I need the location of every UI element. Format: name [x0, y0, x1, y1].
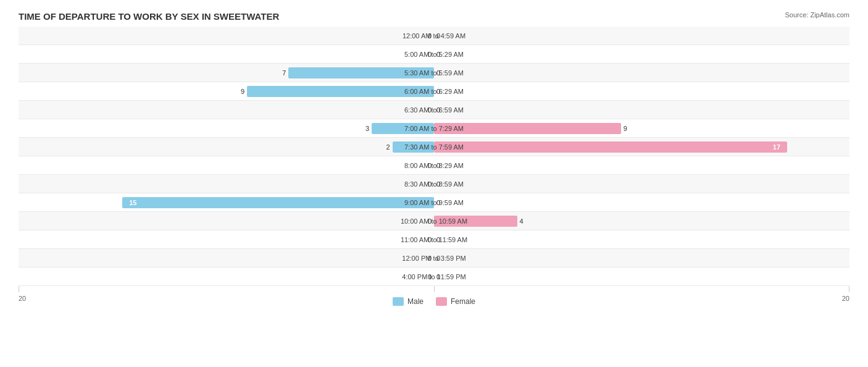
left-section: 3: [19, 119, 434, 137]
left-section: 7: [19, 64, 434, 82]
female-swatch: [436, 297, 447, 306]
table-row: 05:00 AM to 5:29 AM0: [19, 45, 849, 64]
table-row: 012:00 PM to 3:59 PM0: [19, 249, 849, 268]
left-section: 15: [19, 193, 434, 211]
right-section: 17: [434, 138, 849, 156]
table-row: 159:00 AM to 9:59 AM0: [19, 193, 849, 212]
right-section: 0: [434, 101, 849, 119]
axis-left-label: 20: [19, 295, 26, 306]
table-row: 012:00 AM to 4:59 AM0: [19, 27, 849, 45]
table-row: 06:30 AM to 6:59 AM0: [19, 101, 849, 119]
time-label: 6:00 AM to 6:29 AM: [375, 86, 493, 96]
table-row: 08:00 AM to 8:29 AM0: [19, 156, 849, 175]
male-value: 15: [126, 199, 140, 206]
time-label: 8:30 AM to 8:59 AM: [375, 179, 493, 189]
right-section: 0: [434, 230, 849, 248]
time-label: 5:30 AM to 5:59 AM: [375, 68, 493, 78]
male-swatch: [393, 297, 404, 306]
left-section: 0: [19, 249, 434, 267]
table-row: 08:30 AM to 8:59 AM0: [19, 175, 849, 193]
table-row: 37:00 AM to 7:29 AM9: [19, 119, 849, 138]
female-value: 9: [624, 125, 627, 132]
table-row: 27:30 AM to 7:59 AM17: [19, 138, 849, 156]
table-row: 75:30 AM to 5:59 AM0: [19, 64, 849, 82]
table-row: 04:00 PM to 11:59 PM0: [19, 268, 849, 286]
rows-wrapper: 012:00 AM to 4:59 AM005:00 AM to 5:29 AM…: [19, 27, 849, 292]
female-value: 17: [770, 143, 783, 151]
female-label: Female: [451, 297, 475, 306]
chart-container: TIME OF DEPARTURE TO WORK BY SEX IN SWEE…: [0, 0, 868, 367]
left-section: 0: [19, 268, 434, 285]
time-label: 7:30 AM to 7:59 AM: [375, 142, 493, 152]
female-value: 4: [520, 217, 524, 225]
table-row: 96:00 AM to 6:29 AM0: [19, 82, 849, 101]
right-section: 9: [434, 119, 849, 137]
left-section: 0: [19, 27, 434, 44]
right-section: 0: [434, 82, 849, 100]
right-section: 0: [434, 156, 849, 174]
right-section: 0: [434, 249, 849, 267]
right-section: 0: [434, 193, 849, 211]
table-row: 011:00 AM to 11:59 AM0: [19, 230, 849, 249]
axis-bottom: 20 Male Female 20: [19, 292, 849, 308]
left-section: 0: [19, 45, 434, 63]
time-label: 12:00 AM to 4:59 AM: [375, 31, 493, 41]
source-text: Source: ZipAtlas.com: [785, 11, 849, 19]
axis-right-label: 20: [842, 295, 849, 306]
time-label: 5:00 AM to 5:29 AM: [375, 49, 493, 59]
time-label: 10:00 AM to 10:59 AM: [375, 216, 493, 226]
legend: Male Female: [393, 297, 475, 306]
rows-container: 012:00 AM to 4:59 AM005:00 AM to 5:29 AM…: [19, 27, 849, 274]
time-label: 11:00 AM to 11:59 AM: [375, 235, 493, 245]
right-section: 0: [434, 64, 849, 82]
right-section: 0: [434, 45, 849, 63]
chart-title: TIME OF DEPARTURE TO WORK BY SEX IN SWEE…: [19, 11, 849, 22]
time-label: 9:00 AM to 9:59 AM: [375, 198, 493, 208]
time-label: 6:30 AM to 6:59 AM: [375, 105, 493, 115]
male-value: 9: [241, 88, 244, 95]
time-label: 8:00 AM to 8:29 AM: [375, 161, 493, 171]
table-row: 010:00 AM to 10:59 AM4: [19, 212, 849, 230]
left-section: 0: [19, 230, 434, 248]
left-section: 9: [19, 82, 434, 100]
chart-area: 012:00 AM to 4:59 AM005:00 AM to 5:29 AM…: [19, 27, 849, 314]
time-label: 7:00 AM to 7:29 AM: [375, 124, 493, 133]
legend-male: Male: [393, 297, 424, 306]
right-section: 0: [434, 175, 849, 193]
right-section: 0: [434, 268, 849, 285]
male-value: 3: [365, 125, 369, 132]
left-section: 0: [19, 101, 434, 119]
right-section: 0: [434, 27, 849, 44]
left-section: 2: [19, 138, 434, 156]
left-section: 0: [19, 156, 434, 174]
time-label: 12:00 PM to 3:59 PM: [375, 253, 493, 263]
left-section: 0: [19, 212, 434, 230]
male-label: Male: [407, 297, 424, 306]
legend-female: Female: [436, 297, 475, 306]
time-label: 4:00 PM to 11:59 PM: [375, 272, 493, 282]
male-value: 7: [282, 69, 286, 77]
left-section: 0: [19, 175, 434, 193]
right-section: 4: [434, 212, 849, 230]
